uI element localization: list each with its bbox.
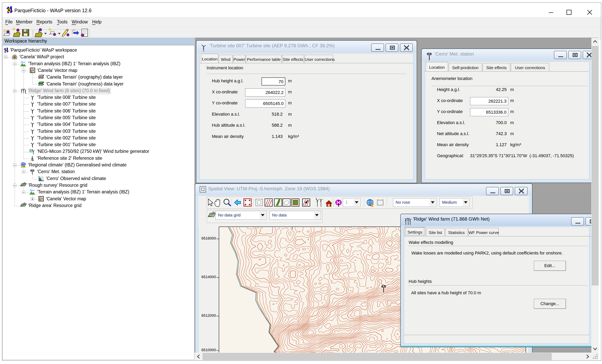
svg-text:T: T	[315, 198, 317, 201]
